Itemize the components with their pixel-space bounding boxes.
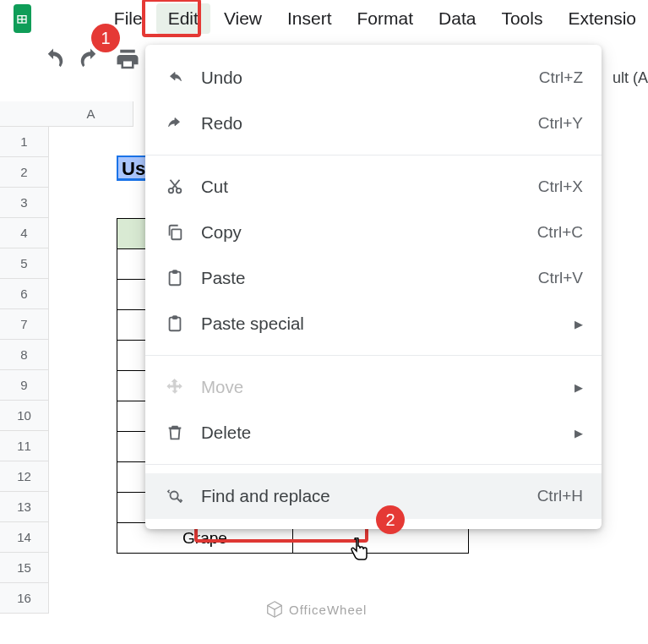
row-header[interactable]: 1 [0, 127, 49, 157]
undo-icon [164, 67, 186, 89]
menu-item-undo[interactable]: UndoCtrl+Z [145, 55, 602, 101]
select-all-corner[interactable] [0, 101, 49, 127]
find-replace-icon [164, 485, 186, 507]
svg-rect-12 [172, 316, 177, 319]
active-cell[interactable]: Us [117, 156, 147, 181]
row-header[interactable]: 14 [0, 522, 49, 553]
row-header[interactable]: 7 [0, 309, 49, 340]
row-header[interactable]: 5 [0, 248, 49, 279]
menubar: File Edit View Insert Format Data Tools … [0, 0, 648, 37]
move-icon [164, 376, 186, 398]
print-button[interactable] [115, 46, 140, 72]
menu-item-label: Move [201, 377, 574, 397]
menu-file[interactable]: File [102, 3, 155, 34]
menu-extensions[interactable]: Extensio [556, 3, 648, 34]
cut-icon [164, 176, 186, 198]
delete-icon [164, 422, 186, 444]
paste-icon [164, 267, 186, 289]
menu-item-find-and-replace[interactable]: Find and replaceCtrl+H [145, 473, 602, 519]
edit-menu-dropdown: UndoCtrl+ZRedoCtrl+YCutCtrl+XCopyCtrl+CP… [145, 45, 602, 529]
row-header[interactable]: 2 [0, 157, 49, 188]
menu-edit[interactable]: Edit [156, 3, 210, 34]
svg-point-13 [171, 492, 178, 499]
sheets-logo-icon[interactable] [14, 4, 31, 33]
menu-item-label: Paste special [201, 314, 574, 334]
row-header[interactable]: 12 [0, 461, 49, 492]
menu-item-cut[interactable]: CutCtrl+X [145, 164, 602, 210]
menu-item-label: Redo [201, 113, 538, 134]
menu-view[interactable]: View [212, 3, 274, 34]
row-header[interactable]: 3 [0, 188, 49, 218]
row-header[interactable]: 11 [0, 431, 49, 461]
submenu-arrow-icon: ▶ [574, 318, 583, 330]
watermark: OfficeWheel [265, 600, 367, 619]
menu-item-label: Undo [201, 68, 539, 88]
menu-shortcut: Ctrl+Z [539, 68, 583, 87]
menu-shortcut: Ctrl+H [537, 487, 583, 505]
row-header[interactable]: 15 [0, 553, 49, 583]
menu-shortcut: Ctrl+V [538, 269, 583, 287]
menu-item-label: Find and replace [201, 486, 537, 506]
menu-item-paste-special[interactable]: Paste special▶ [145, 301, 602, 347]
svg-rect-9 [170, 272, 181, 286]
menu-item-redo[interactable]: RedoCtrl+Y [145, 101, 602, 146]
svg-rect-8 [172, 229, 181, 239]
menu-shortcut: Ctrl+Y [538, 114, 583, 133]
row-header[interactable]: 6 [0, 279, 49, 309]
menu-item-label: Paste [201, 268, 538, 288]
menu-item-label: Cut [201, 177, 538, 197]
column-header-a[interactable]: A [49, 101, 133, 127]
menu-format[interactable]: Format [346, 3, 426, 34]
font-selector-partial[interactable]: ult (A [613, 69, 648, 87]
menu-separator [145, 355, 602, 356]
menu-shortcut: Ctrl+X [538, 177, 583, 196]
menu-separator [145, 155, 602, 156]
menu-separator [145, 464, 602, 465]
svg-rect-11 [170, 318, 181, 331]
menu-item-copy[interactable]: CopyCtrl+C [145, 210, 602, 255]
row-header[interactable]: 4 [0, 218, 49, 248]
copy-icon [164, 221, 186, 243]
redo-button[interactable] [78, 46, 103, 72]
redo-icon [164, 112, 186, 134]
menu-insert[interactable]: Insert [275, 3, 344, 34]
row-header[interactable]: 9 [0, 370, 49, 401]
submenu-arrow-icon: ▶ [574, 427, 583, 439]
row-header[interactable]: 10 [0, 401, 49, 431]
watermark-text: OfficeWheel [289, 603, 367, 617]
menu-item-label: Copy [201, 222, 537, 243]
menu-data[interactable]: Data [427, 3, 487, 34]
row-header[interactable]: 8 [0, 340, 49, 370]
menu-item-label: Delete [201, 423, 574, 443]
menu-item-move: Move▶ [145, 364, 602, 410]
menu-shortcut: Ctrl+C [537, 223, 583, 242]
row-header[interactable]: 13 [0, 492, 49, 522]
row-header[interactable]: 16 [0, 583, 49, 614]
submenu-arrow-icon: ▶ [574, 381, 583, 394]
undo-button[interactable] [41, 46, 66, 72]
paste-icon [164, 313, 186, 335]
svg-rect-10 [172, 270, 177, 274]
menu-item-delete[interactable]: Delete▶ [145, 410, 602, 456]
menu-tools[interactable]: Tools [489, 3, 554, 34]
menu-item-paste[interactable]: PasteCtrl+V [145, 255, 602, 301]
